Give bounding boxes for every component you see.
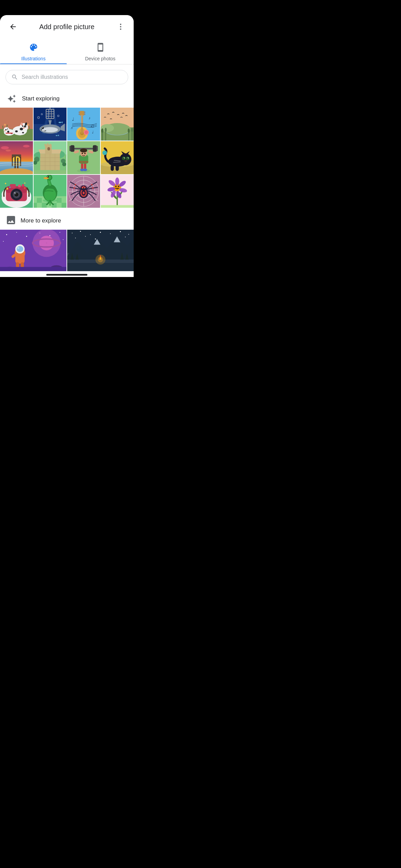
svg-point-237 xyxy=(83,186,84,188)
palette-icon xyxy=(29,43,38,55)
svg-rect-185 xyxy=(10,184,16,188)
svg-point-67 xyxy=(84,113,85,115)
svg-rect-120 xyxy=(47,143,48,146)
start-exploring-section: Start exploring xyxy=(0,88,134,108)
svg-point-0 xyxy=(120,24,121,25)
grid-item-8[interactable] xyxy=(101,141,134,174)
svg-point-153 xyxy=(84,153,86,154)
grid-item-6[interactable] xyxy=(34,141,66,174)
grid-item-12[interactable] xyxy=(101,175,134,208)
image-icon xyxy=(5,215,16,227)
svg-rect-208 xyxy=(34,203,37,208)
search-bar[interactable] xyxy=(5,70,128,84)
tab-device-photos[interactable]: Device photos xyxy=(67,38,134,64)
svg-point-132 xyxy=(62,162,66,166)
svg-rect-113 xyxy=(40,149,43,152)
svg-rect-176 xyxy=(116,165,119,171)
illustration-grid: ♩ ♪ ♫ ♬ ♩ xyxy=(0,108,134,208)
home-indicator-area xyxy=(0,271,134,277)
svg-rect-279 xyxy=(15,254,25,264)
tab-device-photos-label: Device photos xyxy=(85,56,116,61)
svg-point-64 xyxy=(78,111,80,113)
more-options-button[interactable] xyxy=(114,21,127,33)
grid-item-9[interactable]: ✦ ✦ ✦ xyxy=(0,175,33,208)
grid-item-10[interactable] xyxy=(34,175,66,208)
svg-point-89 xyxy=(128,128,130,133)
svg-point-278 xyxy=(17,247,19,249)
svg-rect-147 xyxy=(70,146,71,151)
svg-point-2 xyxy=(120,28,121,30)
svg-point-91 xyxy=(131,128,133,132)
svg-point-43 xyxy=(42,127,58,132)
svg-point-9 xyxy=(4,124,6,126)
more-to-explore-title: More to explore xyxy=(21,217,61,224)
svg-point-257 xyxy=(118,186,119,187)
svg-point-87 xyxy=(105,128,107,132)
svg-point-243 xyxy=(91,184,93,185)
svg-point-242 xyxy=(74,187,75,189)
svg-point-152 xyxy=(82,153,83,154)
svg-text:♩: ♩ xyxy=(92,130,94,134)
search-input[interactable] xyxy=(22,74,122,80)
svg-point-216 xyxy=(47,176,49,178)
svg-point-77 xyxy=(85,131,88,134)
svg-rect-209 xyxy=(62,203,66,208)
svg-rect-133 xyxy=(34,170,66,174)
grid-item-3[interactable]: ♩ ♪ ♫ ♬ ♩ xyxy=(67,108,100,141)
svg-rect-261 xyxy=(101,205,134,208)
svg-text:✦: ✦ xyxy=(26,191,28,193)
back-button[interactable] xyxy=(7,21,19,33)
svg-point-241 xyxy=(75,184,76,185)
header: Add profile picture xyxy=(0,15,134,38)
grid-item-5[interactable] xyxy=(0,141,33,174)
svg-rect-186 xyxy=(18,185,21,188)
svg-point-264 xyxy=(16,232,17,233)
more-item-1[interactable] xyxy=(0,230,66,271)
svg-point-292 xyxy=(100,232,101,233)
svg-point-55 xyxy=(56,135,58,136)
svg-point-258 xyxy=(117,188,118,189)
more-item-2[interactable] xyxy=(67,230,134,271)
svg-point-24 xyxy=(7,131,9,133)
grid-item-4[interactable] xyxy=(101,108,134,141)
svg-point-297 xyxy=(85,236,86,237)
svg-point-212 xyxy=(44,188,56,201)
svg-point-268 xyxy=(60,232,60,233)
svg-point-85 xyxy=(101,128,104,133)
grid-item-1[interactable] xyxy=(0,108,33,141)
tab-illustrations[interactable]: Illustrations xyxy=(0,38,67,64)
svg-point-104 xyxy=(1,146,9,149)
svg-rect-149 xyxy=(96,146,98,151)
grid-item-7[interactable] xyxy=(67,141,100,174)
status-bar xyxy=(0,0,134,15)
phone-icon xyxy=(96,43,105,55)
svg-point-170 xyxy=(124,160,127,162)
svg-point-263 xyxy=(6,234,7,235)
svg-point-293 xyxy=(110,233,111,234)
more-image-grid xyxy=(0,230,134,271)
svg-point-294 xyxy=(120,231,121,232)
app-container: Add profile picture Illustrations xyxy=(0,15,134,277)
svg-rect-63 xyxy=(80,111,84,116)
svg-rect-116 xyxy=(52,149,55,152)
svg-rect-122 xyxy=(47,147,50,150)
svg-point-298 xyxy=(95,239,96,240)
svg-point-269 xyxy=(3,241,4,242)
grid-item-2[interactable] xyxy=(34,108,66,141)
svg-point-151 xyxy=(80,148,87,153)
svg-point-106 xyxy=(5,149,11,152)
svg-point-105 xyxy=(23,145,29,148)
svg-point-139 xyxy=(83,169,87,171)
svg-point-295 xyxy=(128,234,129,235)
home-indicator-bar xyxy=(46,274,87,276)
svg-text:♪: ♪ xyxy=(88,116,90,120)
svg-point-169 xyxy=(127,158,129,159)
search-container xyxy=(0,64,134,88)
grid-item-11[interactable] xyxy=(67,175,100,208)
svg-point-290 xyxy=(80,231,81,232)
svg-point-194 xyxy=(14,192,15,193)
svg-rect-121 xyxy=(50,144,51,146)
svg-point-168 xyxy=(124,158,125,159)
svg-point-217 xyxy=(47,176,48,177)
svg-point-249 xyxy=(115,178,119,185)
